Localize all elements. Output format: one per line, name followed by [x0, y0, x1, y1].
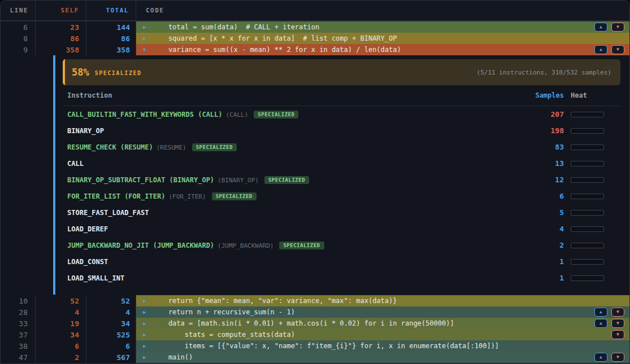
heat-bar: [571, 243, 604, 248]
specialized-percent: 58%: [72, 67, 89, 78]
code-cell[interactable]: ▶ stats = compute_stats(data) ▼: [136, 329, 629, 341]
heat-bar: [571, 194, 604, 199]
instruction-name: STORE_FAST_LOAD_FAST: [67, 209, 149, 217]
code-row-line-38: 38 6 6 ▶ items = [{"value": x, "name": f…: [1, 340, 629, 352]
code-row-line-28: 28 4 4 ▶ return n + recursive_sum(n - 1)…: [1, 306, 629, 318]
jump-down-button[interactable]: ▼: [611, 23, 624, 32]
column-header-self[interactable]: SELF: [36, 1, 86, 20]
code-cell[interactable]: ▶ main() ▲ ▼: [136, 352, 629, 363]
instruction-name: BINARY_OP_SUBTRACT_FLOAT (BINARY_OP): [67, 176, 214, 184]
code-row-line-9-expanded: 9 358 358 ▼ variance = sum((x - mean) **…: [1, 44, 629, 55]
specialized-badge: SPECIALIZED: [192, 143, 237, 151]
total-samples: 86: [86, 33, 136, 45]
heat-bar: [571, 210, 604, 216]
instruction-table-header: Instruction Samples Heat: [63, 85, 620, 106]
instruction-name: CALL: [67, 160, 84, 168]
instruction-row: STORE_FAST_LOAD_FAST 5: [63, 204, 620, 221]
instruction-row: RESUME_CHECK (RESUME)(RESUME)SPECIALIZED…: [63, 139, 620, 155]
instruction-family: (JUMP_BACKWARD): [218, 242, 273, 249]
instruction-name: RESUME_CHECK (RESUME): [67, 143, 153, 151]
self-samples: 34: [36, 329, 86, 341]
specialization-summary: (5/11 instructions, 310/532 samples): [477, 69, 611, 76]
code-text: main(): [152, 352, 594, 363]
total-samples: 358: [86, 44, 136, 56]
jump-down-button[interactable]: ▼: [611, 353, 624, 362]
code-cell[interactable]: ▼ variance = sum((x - mean) ** 2 for x i…: [136, 44, 629, 56]
code-row-line-37: 37 34 525 ▶ stats = compute_stats(data) …: [1, 329, 629, 340]
code-cell[interactable]: ▶ squared = [x * x for x in data] # list…: [136, 33, 629, 45]
expand-expanded-icon[interactable]: ▼: [143, 47, 152, 52]
line-number: 9: [1, 44, 36, 56]
line-number: 28: [1, 306, 36, 318]
sample-count: 83: [523, 143, 564, 151]
code-cell[interactable]: ▶ data = [math.sin(i * 0.01) + math.cos(…: [136, 318, 629, 330]
jump-up-button[interactable]: ▲: [594, 45, 607, 54]
expand-collapsed-icon[interactable]: ▶: [143, 343, 152, 349]
table-header-row: LINE SELF TOTAL CODE: [1, 1, 629, 21]
total-samples: 6: [86, 340, 136, 352]
jump-up-button[interactable]: ▲: [594, 319, 607, 328]
total-samples: 525: [86, 329, 136, 341]
code-cell[interactable]: ▶ return n + recursive_sum(n - 1) ▲ ▼: [136, 306, 629, 318]
expand-collapsed-icon[interactable]: ▶: [143, 24, 152, 30]
expand-collapsed-icon[interactable]: ▶: [143, 36, 152, 41]
expand-collapsed-icon[interactable]: ▶: [143, 332, 152, 337]
code-text: data = [math.sin(i * 0.01) + math.cos(i …: [152, 318, 594, 329]
jump-down-button[interactable]: ▼: [611, 319, 624, 328]
instruction-row: LOAD_DEREF 4: [63, 221, 620, 237]
line-number: 8: [1, 33, 36, 45]
expand-collapsed-icon[interactable]: ▶: [143, 321, 152, 326]
jump-up-button[interactable]: ▲: [594, 353, 607, 362]
code-text: return n + recursive_sum(n - 1): [152, 306, 594, 318]
code-cell[interactable]: ▶ total = sum(data) # CALL + iteration ▲…: [136, 21, 629, 33]
sample-count: 198: [523, 126, 564, 135]
self-samples: 358: [36, 44, 86, 56]
total-samples: 567: [86, 352, 136, 363]
total-samples: 52: [86, 295, 136, 307]
heat-bar: [571, 226, 604, 232]
self-samples: 19: [36, 318, 86, 330]
line-number: 33: [1, 318, 36, 330]
row-nav-buttons: ▲ ▼: [594, 353, 629, 362]
instruction-name: FOR_ITER_LIST (FOR_ITER): [67, 192, 165, 200]
heat-bar: [571, 259, 604, 265]
column-header-instruction[interactable]: Instruction: [67, 91, 516, 99]
specialization-banner: 58% SPECIALIZED (5/11 instructions, 310/…: [63, 59, 620, 85]
instruction-name: LOAD_CONST: [67, 258, 108, 266]
specialized-badge: SPECIALIZED: [264, 176, 309, 184]
column-header-total[interactable]: TOTAL: [86, 1, 136, 20]
specialized-badge: SPECIALIZED: [212, 192, 257, 200]
jump-up-button[interactable]: ▲: [594, 23, 607, 32]
line-number: 6: [1, 21, 36, 33]
heat-bar: [571, 275, 604, 281]
self-samples: 86: [36, 33, 86, 45]
instruction-family: (RESUME): [157, 144, 186, 151]
code-cell[interactable]: ▶ return {"mean": mean, "var": variance,…: [136, 295, 629, 307]
instruction-name: JUMP_BACKWARD_NO_JIT (JUMP_BACKWARD): [67, 242, 214, 249]
code-text: total = sum(data) # CALL + iteration: [152, 21, 594, 33]
instruction-row: BINARY_OP 198: [63, 122, 620, 139]
expand-collapsed-icon[interactable]: ▶: [143, 298, 152, 304]
code-row-line-10: 10 52 52 ▶ return {"mean": mean, "var": …: [1, 295, 629, 306]
total-samples: 4: [86, 306, 136, 318]
jump-down-button[interactable]: ▼: [611, 330, 624, 339]
profiler-table: LINE SELF TOTAL CODE 6 23 144 ▶ total = …: [0, 0, 630, 364]
instruction-family: (CALL): [226, 111, 249, 119]
column-header-heat[interactable]: Heat: [571, 91, 605, 99]
column-header-samples[interactable]: Samples: [523, 91, 564, 99]
column-header-line[interactable]: LINE: [1, 1, 36, 20]
self-samples: 23: [36, 21, 86, 33]
code-text: squared = [x * x for x in data] # list c…: [152, 33, 629, 44]
row-nav-buttons: ▲ ▼: [594, 23, 629, 32]
jump-down-button[interactable]: ▼: [611, 45, 624, 54]
row-nav-buttons: ▲ ▼: [594, 319, 629, 328]
code-row-line-6: 6 23 144 ▶ total = sum(data) # CALL + it…: [1, 21, 629, 33]
expand-collapsed-icon[interactable]: ▶: [143, 309, 152, 315]
sample-count: 1: [523, 257, 564, 266]
jump-up-button[interactable]: ▲: [594, 308, 607, 317]
instruction-row: CALL 13: [63, 155, 620, 172]
code-cell[interactable]: ▶ items = [{"value": x, "name": f"item_{…: [136, 340, 629, 352]
column-header-code[interactable]: CODE: [136, 1, 629, 20]
jump-down-button[interactable]: ▼: [611, 308, 624, 317]
expand-collapsed-icon[interactable]: ▶: [143, 354, 152, 360]
